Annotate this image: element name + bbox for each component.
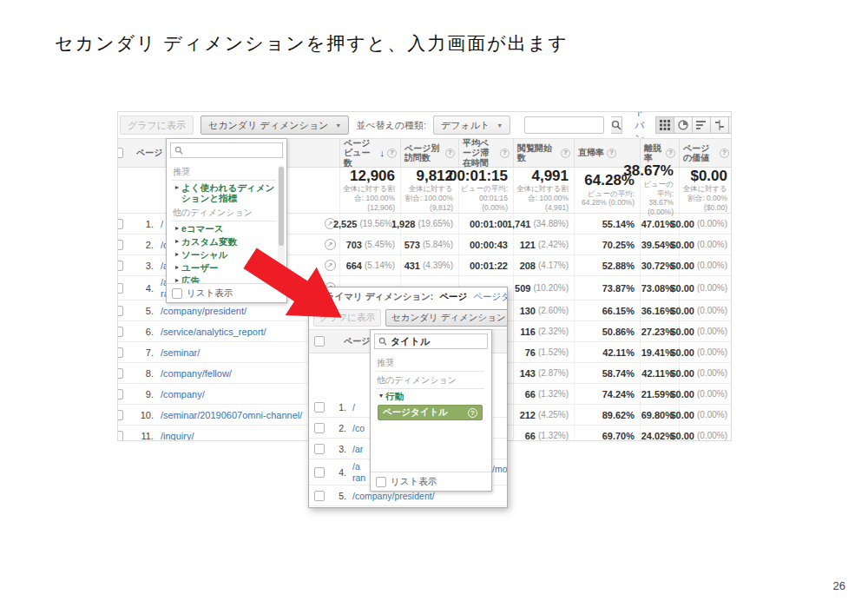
row-checkbox[interactable] <box>118 283 123 294</box>
page-link[interactable]: /co <box>352 423 365 433</box>
sort-type-label: 並べ替えの種類: <box>356 119 426 132</box>
sort-type-select[interactable]: デフォルト ▼ <box>433 116 510 135</box>
column-header-entrances[interactable]: 閲覧開始数? <box>513 139 574 167</box>
summary-exit-rate: 38.67%ビューの平均: 38.67% (0.00%) <box>640 168 679 213</box>
table-view-icon[interactable] <box>655 116 674 134</box>
red-arrow-annotation <box>230 244 360 331</box>
column-header-pageviews[interactable]: ページビュー数↓? <box>339 139 400 167</box>
chevron-down-icon: ▼ <box>496 122 503 129</box>
comparison-view-icon[interactable] <box>710 116 729 134</box>
page-link[interactable]: /a <box>352 461 365 472</box>
row-checkbox[interactable] <box>118 431 123 441</box>
dimension-item-frequent[interactable]: ▸よく使われるディメンションと指標 <box>172 181 276 204</box>
table-search-input[interactable] <box>524 116 604 134</box>
performance-view-icon[interactable] <box>692 116 711 134</box>
select-all-checkbox[interactable] <box>314 336 325 347</box>
row-checkbox[interactable] <box>118 240 123 250</box>
search-icon <box>378 337 387 346</box>
triangle-down-icon: ▾ <box>379 391 383 401</box>
slide: セカンダリ ディメンションを押すと、入力画面が出ます グラフに表示 セカンダリ … <box>0 0 868 601</box>
row-checkbox[interactable] <box>314 491 325 501</box>
page-link[interactable]: / <box>352 402 355 413</box>
page-link[interactable]: /company/fellow/ <box>161 368 232 379</box>
column-header-unique-pageviews[interactable]: ページ別訪問数? <box>400 139 458 167</box>
row-checkbox[interactable] <box>118 306 123 316</box>
percentage-view-icon[interactable] <box>674 116 693 134</box>
triangle-right-icon: ▸ <box>175 236 179 247</box>
section-other-dimensions: 他のディメンション <box>376 372 484 389</box>
triangle-right-icon: ▸ <box>175 249 179 260</box>
help-icon[interactable]: ? <box>561 149 570 158</box>
column-header-page[interactable]: ページ <box>344 335 370 347</box>
summary-entrances: 4,991全体に対する割合: 100.00% (4,991) <box>513 168 574 213</box>
dimension-group-behavior[interactable]: ▾行動 <box>376 389 484 402</box>
list-view-checkbox[interactable] <box>376 477 386 487</box>
page-link[interactable]: /company/ <box>161 389 205 400</box>
triangle-right-icon: ▸ <box>175 275 179 283</box>
list-view-option[interactable]: リスト表示 <box>371 472 491 491</box>
row-checkbox[interactable] <box>314 444 325 454</box>
select-all-checkbox[interactable] <box>118 148 123 158</box>
dimension-search-box <box>170 142 283 158</box>
help-icon[interactable]: ? <box>607 149 616 158</box>
page-link[interactable]: /inquiry/ <box>161 431 194 441</box>
section-recommended: 推奨 <box>172 163 276 181</box>
page-number: 26 <box>833 579 845 592</box>
dimension-search-input[interactable] <box>187 145 273 155</box>
row-checkbox[interactable] <box>118 347 123 358</box>
row-checkbox[interactable] <box>118 368 123 379</box>
help-icon[interactable]: ? <box>666 149 675 158</box>
page-link[interactable]: /seminar/20190607omni-channel/ <box>161 410 302 420</box>
page-link-fragment: /mon <box>492 464 508 474</box>
row-checkbox[interactable] <box>118 410 123 420</box>
row-checkbox[interactable] <box>314 402 325 413</box>
dimension-search-input[interactable] <box>391 336 477 347</box>
list-view-checkbox[interactable] <box>172 288 182 299</box>
summary-avg-time: 00:01:15ビューの平均: 00:01:15 (0.00%) <box>458 168 513 213</box>
search-icon <box>174 146 183 155</box>
triangle-right-icon: ▸ <box>175 182 179 203</box>
row-checkbox[interactable] <box>118 389 123 400</box>
help-icon[interactable]: ? <box>468 408 477 418</box>
view-toggles <box>656 116 732 134</box>
dimension-item-ecommerce[interactable]: ▸eコマース <box>172 221 276 234</box>
primary-dimension-page-title-link[interactable]: ページタイトル <box>473 291 507 303</box>
secondary-dimension-dropdown: 推奨 他のディメンション ▾行動 ページタイトル ? リスト表示 <box>370 329 492 492</box>
column-header-page-value[interactable]: ページの価値? <box>679 139 732 167</box>
scrollbar-thumb[interactable] <box>279 167 284 246</box>
section-recommended: 推奨 <box>376 354 484 372</box>
help-icon[interactable]: ? <box>445 149 455 158</box>
page-link[interactable]: /company/president/ <box>352 491 435 501</box>
help-icon[interactable]: ? <box>720 149 729 158</box>
summary-pageviews: 12,906全体に対する割合: 100.00% (12,906) <box>339 168 400 213</box>
page-link[interactable]: ran <box>352 472 365 483</box>
primary-dimension-page[interactable]: ページ <box>439 291 467 303</box>
page-link[interactable]: / <box>161 219 163 229</box>
triangle-right-icon: ▸ <box>175 262 179 273</box>
row-checkbox[interactable] <box>118 219 123 229</box>
dimension-search-box <box>374 334 488 349</box>
show-on-graph-button[interactable]: グラフに表示 <box>120 116 194 135</box>
slide-title: セカンダリ ディメンションを押すと、入力画面が出ます <box>55 31 569 56</box>
report-toolbar: グラフに表示 セカンダリ ディメンション ▼ 並べ替えの種類: デフォルト ▼ … <box>118 112 731 138</box>
pivot-view-icon[interactable] <box>728 116 732 134</box>
row-checkbox[interactable] <box>118 327 123 337</box>
summary-page-value: $0.00全体に対する割合: 0.00% ($0.00) <box>679 168 732 213</box>
dimension-item-page-title-selected[interactable]: ページタイトル ? <box>378 405 483 420</box>
help-icon[interactable]: ? <box>387 149 397 158</box>
secondary-dimension-button[interactable]: セカンダリ ディメンション ▼ <box>385 309 507 327</box>
secondary-dimension-button[interactable]: セカンダリ ディメンション ▼ <box>201 116 349 135</box>
row-checkbox[interactable] <box>118 261 123 271</box>
page-link[interactable]: /seminar/ <box>161 347 200 358</box>
search-icon[interactable] <box>611 116 622 134</box>
sort-desc-icon: ↓ <box>380 148 385 159</box>
row-checkbox[interactable] <box>314 467 325 478</box>
chevron-down-icon: ▼ <box>335 122 341 129</box>
section-other-dimensions: 他のディメンション <box>172 204 276 221</box>
row-checkbox[interactable] <box>314 423 325 433</box>
page-link[interactable]: /ar <box>352 444 363 454</box>
help-icon[interactable]: ? <box>500 149 510 158</box>
triangle-right-icon: ▸ <box>175 223 179 234</box>
column-header-avg-time[interactable]: 平均ページ滞在時間? <box>458 139 513 167</box>
